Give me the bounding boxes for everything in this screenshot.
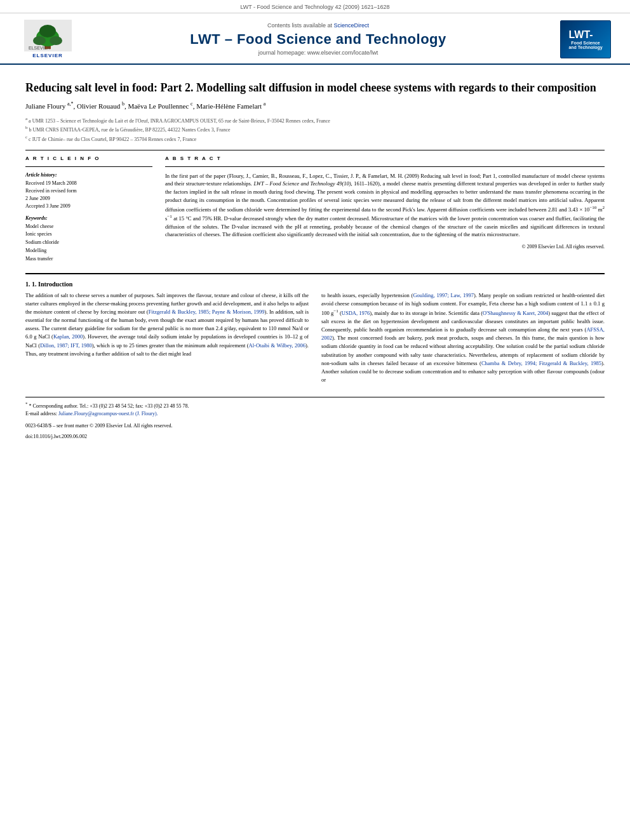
ref-fitzgerald-1985[interactable]: Fitzgerald & Buckley, 1985; Payne & Mori… bbox=[149, 309, 265, 315]
article-history-label: Article history: bbox=[25, 172, 152, 178]
body-right-text: to health issues, especially hypertensio… bbox=[321, 291, 605, 385]
journal-main-title: LWT – Food Science and Technology bbox=[76, 31, 560, 48]
svg-point-3 bbox=[50, 36, 62, 45]
ref-oshaughnessy-2004[interactable]: O'Shaughnessy & Karet, 2004 bbox=[483, 310, 548, 316]
body-left-column: The addition of salt to cheese serves a … bbox=[25, 291, 309, 388]
keywords-label: Keywords: bbox=[25, 215, 152, 221]
issn-text: 0023-6438/$ bbox=[25, 423, 51, 429]
received-date: Received 19 March 2008 bbox=[25, 180, 152, 187]
received-revised-label: Received in revised form bbox=[25, 187, 152, 195]
ref-usda-1976[interactable]: USDA, 1976 bbox=[342, 310, 370, 316]
body-columns: The addition of salt to cheese serves a … bbox=[25, 291, 605, 388]
keyword-2: Ionic species bbox=[25, 230, 152, 239]
intro-heading: 1. 1. Introduction bbox=[25, 281, 605, 288]
ref-afssa-2002[interactable]: AFSSA, 2002 bbox=[321, 326, 605, 341]
corresponding-note: * * Corresponding author. Tel.: +33 (0)2… bbox=[25, 401, 605, 410]
journal-citation: LWT - Food Science and Technology 42 (20… bbox=[240, 4, 389, 10]
journal-top-bar: LWT - Food Science and Technology 42 (20… bbox=[0, 0, 630, 13]
main-content: Reducing salt level in food: Part 2. Mod… bbox=[0, 65, 630, 449]
divider-top bbox=[25, 150, 605, 150]
divider-info bbox=[25, 166, 152, 167]
svg-point-4 bbox=[39, 25, 56, 37]
keyword-3: Sodium chloride bbox=[25, 239, 152, 247]
doi-text: doi:10.1016/j.lwt.2009.06.002 bbox=[25, 434, 87, 439]
elsevier-text: ELSEVIER bbox=[32, 53, 63, 58]
intro-number: 1. bbox=[25, 281, 32, 288]
article-info-column: A R T I C L E I N F O Article history: R… bbox=[25, 156, 152, 263]
article-title: Reducing salt level in food: Part 2. Mod… bbox=[25, 81, 605, 95]
abstract-label: A B S T R A C T bbox=[165, 156, 605, 161]
affiliation-b: b b UMR CNRS ENITIAA-GEPEA, rue de la Gé… bbox=[25, 124, 605, 134]
authors-text: Juliane Floury a,*, Olivier Rouaud b, Ma… bbox=[25, 102, 265, 110]
divider-abstract bbox=[165, 166, 605, 167]
footer-section: * * Corresponding author. Tel.: +33 (0)2… bbox=[25, 397, 605, 439]
abstract-column: A B S T R A C T In the first part of the… bbox=[165, 156, 605, 263]
affiliation-a: a a UMR 1253 – Science et Technologie du… bbox=[25, 116, 605, 125]
email-note: E-mail address: Juliane.Floury@agrocampu… bbox=[25, 410, 605, 418]
keyword-1: Model cheese bbox=[25, 223, 152, 231]
ref-chamba-1994[interactable]: Chamba & Debry, 1994; Fitzgerald & Buckl… bbox=[481, 360, 601, 366]
journal-header: ELSEVIER ELSEVIER Contents lists availab… bbox=[0, 13, 630, 65]
email-link[interactable]: Juliane.Floury@agrocampus-ouest.fr (J. F… bbox=[58, 411, 158, 417]
issn-line: 0023-6438/$ – see front matter © 2009 El… bbox=[25, 423, 605, 429]
body-right-column: to health issues, especially hypertensio… bbox=[321, 291, 605, 388]
email-label: E-mail address: bbox=[25, 411, 57, 417]
journal-homepage: journal homepage: www.elsevier.com/locat… bbox=[76, 50, 560, 56]
affiliation-c: c c IUT de Chimie– rue du Clos Courtel, … bbox=[25, 134, 605, 143]
keyword-4: Modelling bbox=[25, 247, 152, 255]
copyright-line: © 2009 Elsevier Ltd. All rights reserved… bbox=[165, 244, 605, 250]
page-wrapper: LWT - Food Science and Technology 42 (20… bbox=[0, 0, 630, 840]
doi-line: doi:10.1016/j.lwt.2009.06.002 bbox=[25, 434, 605, 439]
lwt-logo-text: LWT- bbox=[568, 29, 602, 41]
journal-title-center: Contents lists available at ScienceDirec… bbox=[76, 22, 560, 56]
authors: Juliane Floury a,*, Olivier Rouaud b, Ma… bbox=[25, 100, 605, 111]
lwt-logo-subtitle: Food Scienceand Technology bbox=[568, 41, 602, 50]
ref-alotaibi-2006[interactable]: Al-Otaibi & Wilbey, 2006 bbox=[249, 342, 305, 349]
svg-text:ELSEVIER: ELSEVIER bbox=[29, 46, 50, 50]
body-left-text: The addition of salt to cheese serves a … bbox=[25, 291, 309, 358]
abstract-text: In the first part of the paper (Floury, … bbox=[165, 172, 605, 239]
sciencedirect-link[interactable]: ScienceDirect bbox=[334, 22, 370, 29]
accepted-date: Accepted 3 June 2009 bbox=[25, 203, 152, 210]
svg-point-2 bbox=[33, 36, 46, 45]
ref-dillon-1987[interactable]: Dillon, 1987; IFT, 1980 bbox=[40, 342, 92, 349]
intro-title: 1. Introduction bbox=[32, 281, 72, 288]
elsevier-tree-image: ELSEVIER bbox=[24, 20, 72, 51]
ref-kaplan-2000[interactable]: Kaplan, 2000 bbox=[53, 333, 83, 340]
keyword-5: Mass transfer bbox=[25, 255, 152, 263]
ref-goulding-1997[interactable]: Goulding, 1997; Law, 1997 bbox=[413, 292, 474, 298]
article-info-abstract: A R T I C L E I N F O Article history: R… bbox=[25, 156, 605, 263]
revised-date: 2 June 2009 bbox=[25, 195, 152, 203]
article-info-label: A R T I C L E I N F O bbox=[25, 156, 152, 161]
keywords-section: Keywords: Model cheese Ionic species Sod… bbox=[25, 215, 152, 263]
affiliations: a a UMR 1253 – Science et Technologie du… bbox=[25, 116, 605, 143]
elsevier-logo: ELSEVIER ELSEVIER bbox=[19, 20, 76, 58]
sciencedirect-line: Contents lists available at ScienceDirec… bbox=[76, 22, 560, 29]
introduction-section: 1. 1. Introduction The addition of salt … bbox=[25, 273, 605, 388]
lwt-logo-right: LWT- Food Scienceand Technology bbox=[560, 20, 611, 58]
issn-note: – see front matter © 2009 Elsevier Ltd. … bbox=[53, 423, 173, 429]
